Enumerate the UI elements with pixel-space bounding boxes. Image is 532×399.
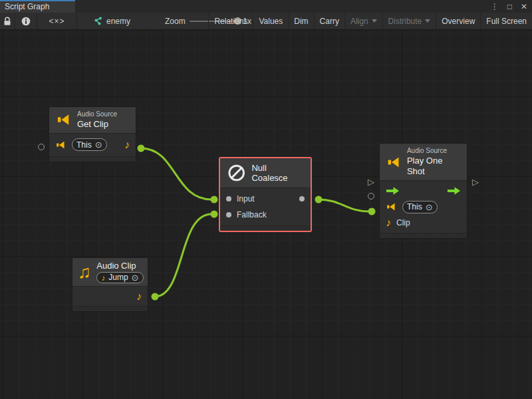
node-get-clip[interactable]: Audio Source Get Clip This ⊙ ♪	[49, 106, 136, 162]
lock-button[interactable]	[0, 13, 15, 29]
node-play-one-shot[interactable]: Audio Source Play One Shot This ⊙	[379, 143, 467, 239]
tab-script-graph[interactable]: Script Graph	[0, 0, 75, 13]
align-button: Align	[344, 13, 382, 29]
close-icon[interactable]: ✕	[521, 2, 527, 11]
target-input-port[interactable]	[368, 193, 374, 200]
maximize-icon[interactable]: □	[507, 2, 512, 11]
wire-endpoint[interactable]	[211, 196, 218, 203]
node-title: Play One Shot	[407, 156, 460, 178]
connection-wire[interactable]	[155, 214, 211, 297]
node-title: Get Clip	[77, 119, 117, 130]
wire-endpoint[interactable]	[138, 145, 145, 152]
audio-source-icon	[56, 113, 72, 126]
info-icon	[21, 17, 31, 26]
node-title: Null Coalesce	[251, 163, 304, 183]
wire-endpoint[interactable]	[315, 196, 323, 203]
wire-endpoint[interactable]	[211, 211, 218, 218]
graph-name-label: enemy	[106, 17, 130, 26]
wire-endpoint[interactable]	[152, 293, 159, 301]
connection-wire[interactable]	[319, 200, 370, 211]
tab-title: Script Graph	[5, 2, 49, 11]
this-object-field[interactable]: This ⊙	[402, 201, 438, 213]
node-footer	[220, 225, 311, 231]
object-picker-icon[interactable]: ⊙	[132, 273, 139, 282]
graph-icon	[93, 17, 102, 25]
window-controls: ⋮ □ ✕	[491, 0, 527, 13]
audio-source-icon	[55, 140, 66, 150]
values-button[interactable]: Values	[253, 13, 288, 29]
object-picker-icon[interactable]: ⊙	[95, 140, 102, 149]
zoom-label: Zoom	[165, 17, 186, 26]
fallback-port[interactable]	[226, 212, 231, 217]
full-screen-button[interactable]: Full Screen	[480, 13, 532, 29]
node-header: Null Coalesce	[220, 158, 311, 188]
target-input-port[interactable]	[38, 144, 45, 150]
node-footer	[380, 233, 467, 238]
audio-clip-object-field[interactable]: ♪ Jump ⊙	[96, 272, 143, 283]
graph-toolbar: <×> enemy Zoom 1x Relations Values Dim C…	[0, 13, 532, 30]
code-icon: <×>	[49, 17, 65, 26]
flow-in-arrow-icon[interactable]	[386, 187, 400, 195]
node-header: Audio Source Get Clip	[49, 107, 136, 134]
triangle-port-icon: ▷	[368, 178, 374, 186]
code-preview-button[interactable]: <×>	[37, 13, 77, 29]
relations-button[interactable]: Relations	[208, 13, 253, 29]
graph-breadcrumb[interactable]: enemy	[90, 13, 138, 29]
fallback-port-label: Fallback	[237, 210, 267, 219]
port-circle-icon	[368, 193, 374, 200]
chevron-down-icon	[372, 19, 377, 23]
this-row: This ⊙	[380, 199, 467, 215]
toolbar-buttons: Relations Values Dim Carry Align Distrib…	[208, 13, 532, 29]
flow-input-port[interactable]: ▷	[368, 178, 374, 186]
control-flow-row	[380, 183, 467, 199]
triangle-port-icon: ▷	[472, 178, 479, 186]
null-coalesce-icon	[227, 163, 246, 183]
this-object-field[interactable]: This ⊙	[72, 138, 107, 151]
node-footer	[72, 306, 148, 311]
menu-icon[interactable]: ⋮	[491, 2, 499, 11]
clip-port-icon[interactable]: ♪	[386, 217, 391, 228]
wire-endpoint[interactable]	[368, 208, 376, 215]
flow-out-arrow-icon[interactable]	[447, 187, 461, 195]
node-category: Audio Source	[407, 147, 460, 156]
input-port-row: Input	[220, 191, 311, 207]
audio-clip-icon: ♫	[78, 263, 91, 281]
distribute-button: Distribute	[382, 13, 436, 29]
node-audio-clip[interactable]: ♫ Audio Clip ♪ Jump ⊙ ♪	[72, 257, 148, 312]
info-button[interactable]	[15, 13, 37, 29]
node-header: ♫ Audio Clip ♪ Jump ⊙	[72, 258, 148, 287]
port-circle-icon	[38, 144, 45, 150]
chevron-down-icon	[425, 19, 430, 23]
fallback-port-row: Fallback	[220, 207, 311, 223]
overview-button[interactable]: Overview	[436, 13, 480, 29]
audio-source-icon	[386, 202, 397, 211]
clip-row: ♪ Clip	[380, 215, 467, 231]
node-header: Audio Source Play One Shot	[380, 144, 467, 181]
node-category: Audio Source	[77, 110, 117, 119]
dim-button[interactable]: Dim	[288, 13, 313, 29]
node-title: Audio Clip	[96, 261, 143, 271]
input-port-label: Input	[237, 194, 255, 203]
tab-strip: Script Graph ⋮ □ ✕	[0, 0, 532, 13]
flow-output-port[interactable]: ▷	[472, 178, 479, 186]
audio-clip-port-icon[interactable]: ♪	[124, 140, 130, 150]
lock-icon	[3, 17, 11, 26]
input-port[interactable]	[226, 196, 231, 201]
graph-canvas[interactable]: Audio Source Get Clip This ⊙ ♪	[0, 30, 532, 399]
carry-button[interactable]: Carry	[314, 13, 344, 29]
audio-source-icon	[386, 156, 402, 169]
object-picker-icon[interactable]: ⊙	[426, 203, 433, 211]
node-footer	[49, 156, 136, 162]
audio-clip-output-port-icon[interactable]: ♪	[136, 291, 142, 302]
result-output-port[interactable]	[299, 196, 305, 201]
clip-port-label: Clip	[396, 218, 410, 227]
node-null-coalesce[interactable]: Null Coalesce Input Fallback	[219, 157, 312, 232]
music-note-icon: ♪	[101, 274, 105, 282]
connection-wire[interactable]	[141, 148, 211, 200]
